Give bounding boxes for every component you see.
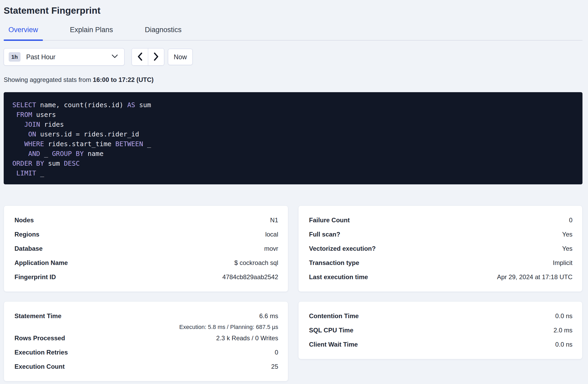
- chevron-right-icon: [153, 52, 159, 62]
- tab-overview[interactable]: Overview: [4, 25, 43, 40]
- stat-label: Rows Processed: [14, 334, 65, 342]
- detail-value: 0: [569, 216, 572, 224]
- stat-row-contention-time: Contention Time 0.0 ns: [309, 309, 572, 323]
- stat-label: Contention Time: [309, 312, 359, 320]
- node-link[interactable]: N1: [270, 216, 278, 224]
- statement-details-card: Nodes N1 Regions local Database movr App…: [4, 205, 288, 292]
- tab-explain-plans[interactable]: Explain Plans: [65, 25, 118, 40]
- detail-label: Application Name: [14, 259, 68, 267]
- now-button[interactable]: Now: [168, 49, 193, 65]
- detail-row-database: Database movr: [14, 242, 278, 256]
- stats-cards-row: Statement Time 6.6 ms Execution: 5.8 ms …: [4, 301, 582, 381]
- timing-stats-card: Contention Time 0.0 ns SQL CPU Time 2.0 …: [298, 301, 582, 359]
- chevron-left-icon: [137, 52, 143, 62]
- aggregated-stats-range: 16:00 to 17:22 (UTC): [93, 76, 154, 83]
- sql-statement-block: SELECT name, count(rides.id) AS sum FROM…: [4, 92, 582, 184]
- detail-value: local: [265, 231, 278, 238]
- statement-stats-card: Statement Time 6.6 ms Execution: 5.8 ms …: [4, 301, 288, 381]
- statement-fingerprint-page: Statement Fingerprint Overview Explain P…: [0, 0, 588, 381]
- time-controls: 1h Past Hour Now: [4, 48, 582, 66]
- stat-label: SQL CPU Time: [309, 327, 353, 334]
- detail-label: Regions: [14, 231, 39, 238]
- detail-row-full-scan: Full scan? Yes: [309, 227, 572, 242]
- stat-label: Statement Time: [14, 309, 61, 323]
- detail-label: Last execution time: [309, 273, 368, 281]
- detail-row-fingerprint-id: Fingerprint ID 4784cb829aab2542: [14, 270, 278, 284]
- stat-row-rows-processed: Rows Processed 2.3 k Reads / 0 Writes: [14, 331, 278, 345]
- detail-label: Vectorized execution?: [309, 245, 376, 252]
- detail-value: Yes: [562, 245, 572, 252]
- detail-row-transaction-type: Transaction type Implicit: [309, 256, 572, 270]
- detail-value: movr: [264, 245, 278, 252]
- detail-label: Failure Count: [309, 216, 350, 224]
- detail-label: Database: [14, 245, 43, 252]
- detail-value: 4784cb829aab2542: [222, 273, 278, 281]
- stat-row-execution-retries: Execution Retries 0: [14, 345, 278, 360]
- detail-label: Transaction type: [309, 259, 359, 267]
- stat-row-statement-time: Statement Time 6.6 ms Execution: 5.8 ms …: [14, 309, 278, 331]
- stat-subvalue: Execution: 5.8 ms / Planning: 687.5 µs: [179, 323, 278, 331]
- stat-value: 25: [271, 363, 278, 370]
- execution-attributes-card: Failure Count 0 Full scan? Yes Vectorize…: [298, 205, 582, 292]
- page-title: Statement Fingerprint: [4, 5, 582, 16]
- application-name-link[interactable]: $ cockroach sql: [234, 259, 278, 267]
- stat-label: Execution Retries: [14, 349, 68, 356]
- detail-value: Implicit: [553, 259, 572, 267]
- time-range-label: Past Hour: [26, 53, 112, 61]
- prev-time-button[interactable]: [132, 48, 148, 65]
- time-range-dropdown[interactable]: 1h Past Hour: [4, 48, 124, 66]
- stat-row-sql-cpu-time: SQL CPU Time 2.0 ms: [309, 323, 572, 337]
- stat-value: 0.0 ns: [555, 312, 572, 320]
- detail-row-regions: Regions local: [14, 227, 278, 242]
- stat-value: 0: [275, 349, 278, 356]
- detail-row-vectorized: Vectorized execution? Yes: [309, 242, 572, 256]
- detail-row-nodes: Nodes N1: [14, 213, 278, 227]
- detail-value: Apr 29, 2024 at 17:18 UTC: [497, 273, 572, 281]
- next-time-button[interactable]: [148, 48, 164, 65]
- aggregated-stats-prefix: Showing aggregated stats from: [4, 76, 93, 83]
- chevron-down-icon: [112, 55, 118, 59]
- stat-value: 2.0 ms: [554, 327, 572, 334]
- stat-row-client-wait-time: Client Wait Time 0.0 ns: [309, 337, 572, 352]
- detail-row-application-name: Application Name $ cockroach sql: [14, 256, 278, 270]
- detail-row-last-execution-time: Last execution time Apr 29, 2024 at 17:1…: [309, 270, 572, 284]
- detail-label: Full scan?: [309, 231, 340, 238]
- stat-label: Client Wait Time: [309, 341, 358, 348]
- detail-value: Yes: [562, 231, 572, 238]
- detail-row-failure-count: Failure Count 0: [309, 213, 572, 227]
- aggregated-stats-text: Showing aggregated stats from 16:00 to 1…: [4, 76, 582, 83]
- tab-bar: Overview Explain Plans Diagnostics: [4, 25, 582, 41]
- time-interval-badge: 1h: [9, 52, 21, 62]
- stat-label: Execution Count: [14, 363, 65, 370]
- stat-value: 2.3 k Reads / 0 Writes: [216, 334, 278, 342]
- tab-diagnostics[interactable]: Diagnostics: [140, 25, 186, 40]
- stat-row-execution-count: Execution Count 25: [14, 360, 278, 374]
- stat-value: 6.6 ms: [179, 309, 278, 323]
- details-cards-row: Nodes N1 Regions local Database movr App…: [4, 205, 582, 292]
- stat-value: 0.0 ns: [555, 341, 572, 348]
- time-pager: [132, 48, 164, 66]
- detail-label: Nodes: [14, 216, 34, 224]
- detail-label: Fingerprint ID: [14, 273, 56, 281]
